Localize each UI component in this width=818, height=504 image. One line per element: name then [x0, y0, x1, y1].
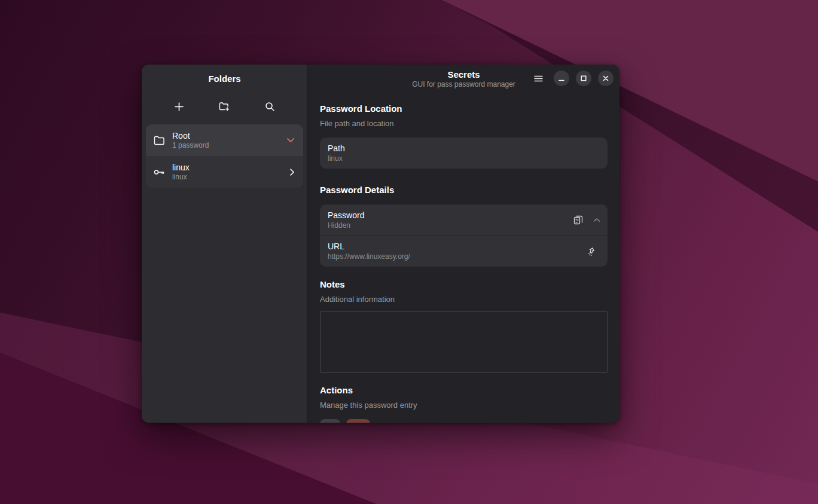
notes-section-subtitle: Additional information	[320, 294, 608, 305]
menu-icon	[534, 75, 543, 82]
open-link-icon	[587, 247, 596, 256]
header-controls	[529, 65, 614, 92]
password-row-text: linux linux	[172, 163, 282, 182]
copy-icon	[573, 215, 583, 225]
open-url-button[interactable]	[582, 243, 600, 261]
location-section-title: Password Location	[320, 103, 608, 115]
maximize-icon	[581, 75, 587, 81]
notes-section-title: Notes	[320, 279, 608, 291]
url-cell: URL https://www.linuxeasy.org/	[328, 242, 582, 261]
details-card: Password Hidden	[320, 204, 608, 267]
path-row[interactable]: Path linux	[320, 138, 608, 169]
window-subtitle: GUI for pass password manager	[412, 81, 515, 88]
notes-textarea[interactable]	[320, 311, 608, 373]
titleblock: Secrets GUI for pass password manager	[412, 69, 515, 88]
path-value: linux	[328, 154, 600, 163]
sidebar-header: Folders	[142, 65, 307, 92]
folder-row-root[interactable]: Root 1 password	[146, 124, 303, 156]
url-field-row[interactable]: URL https://www.linuxeasy.org/	[320, 236, 608, 267]
password-field-row[interactable]: Password Hidden	[320, 204, 608, 236]
password-label: Password	[328, 210, 569, 221]
key-icon	[154, 169, 165, 176]
url-label: URL	[328, 242, 582, 252]
details-section-title: Password Details	[320, 184, 608, 196]
path-cell: Path linux	[328, 143, 600, 163]
add-password-button[interactable]	[169, 96, 189, 117]
close-icon	[603, 75, 609, 81]
password-value: Hidden	[328, 221, 569, 230]
folder-row-text: Root 1 password	[172, 131, 279, 150]
secrets-app-window: Folders	[142, 65, 619, 423]
password-title: linux	[172, 163, 282, 173]
password-row-icons	[569, 211, 600, 229]
location-section-subtitle: File path and location	[320, 118, 608, 129]
actions-section-title: Actions	[320, 384, 608, 396]
chevron-right-icon[interactable]	[289, 168, 295, 176]
url-row-icons	[582, 243, 600, 261]
new-folder-button[interactable]	[214, 96, 234, 117]
folders-sidebar: Folders	[142, 65, 307, 423]
folder-subtitle: 1 password	[172, 141, 279, 150]
headerbar: Secrets GUI for pass password manager	[308, 65, 619, 92]
maximize-button[interactable]	[576, 71, 591, 86]
edit-password-button[interactable]	[320, 419, 340, 423]
main-pane: Secrets GUI for pass password manager	[308, 65, 619, 423]
password-subtitle: linux	[172, 173, 282, 182]
copy-password-button[interactable]	[569, 211, 587, 229]
path-label: Path	[328, 143, 600, 154]
chevron-down-icon[interactable]	[286, 138, 295, 143]
password-row-linux[interactable]: linux linux	[146, 156, 303, 188]
folder-list: Root 1 password linux linux	[146, 124, 303, 188]
path-card: Path linux	[320, 138, 608, 169]
remove-password-button[interactable]	[346, 419, 370, 423]
minimize-button[interactable]	[554, 71, 569, 86]
search-button[interactable]	[260, 96, 280, 117]
actions-button-row	[320, 419, 608, 423]
close-button[interactable]	[598, 71, 614, 86]
password-cell: Password Hidden	[328, 210, 569, 230]
folder-title: Root	[172, 131, 279, 141]
sidebar-toolbar	[142, 93, 307, 120]
actions-section-subtitle: Manage this password entry	[320, 400, 608, 411]
password-detail-content: Password Location File path and location…	[308, 92, 619, 423]
plus-icon	[174, 102, 184, 112]
window-title: Secrets	[412, 70, 515, 79]
url-value: https://www.linuxeasy.org/	[328, 252, 582, 261]
primary-menu-button[interactable]	[529, 69, 547, 87]
minimize-icon	[558, 75, 564, 81]
new-folder-icon	[218, 101, 230, 112]
chevron-up-icon[interactable]	[593, 218, 600, 222]
search-icon	[265, 102, 275, 112]
sidebar-title: Folders	[208, 74, 240, 84]
folder-icon	[154, 136, 165, 145]
